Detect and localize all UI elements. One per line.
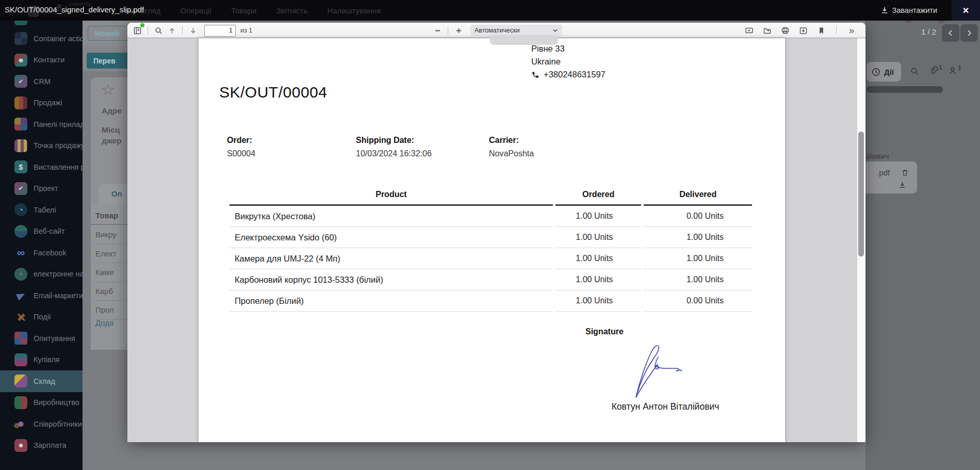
sidebar-item-crm[interactable]: CRM [0,71,83,92]
chatter-progress-pill [867,86,943,93]
doc-cell-product: Карбоновий корпус 1013-5333 (білий) [230,269,553,290]
sidebar-item-payroll[interactable]: Зарплата [0,435,83,457]
attachment-pager-count: 1 / 2 [921,27,936,36]
sidebar-item-label: Контакти [34,56,64,64]
table-row: Викрутка (Хрестова)1.00 Units0.00 Units [230,206,752,227]
pager-next-button[interactable] [960,24,978,42]
sidebar-item-label: Склад [34,377,55,385]
current-view-button[interactable] [814,24,828,37]
sidebar-toggle-icon [133,26,142,35]
signature-block: Signature Ковтун Антон Віталійович [580,327,750,412]
sidebar-item-label: Купівля [34,355,59,364]
doc-cell-product: Викрутка (Хрестова) [230,206,553,227]
elearning-icon [14,268,27,281]
carrier-value: NovaPoshta [489,149,534,158]
sidebar-item-employees[interactable]: Співробітники [0,413,83,435]
print-button[interactable] [778,24,792,37]
trash-icon [901,169,909,176]
divider [148,26,148,35]
attachment-count: 1 [939,64,942,71]
save-document-button[interactable] [796,24,810,37]
sidebar-item-dashboards[interactable]: Панелі приладів [0,114,83,135]
shipping-date-label: Shipping Date: [356,136,489,145]
bookmark-icon [817,26,826,35]
sidebar-item-email[interactable]: Email-маркетинг [0,285,83,306]
print-icon [781,26,790,35]
sidebar-item-invoicing[interactable]: Виставлення ра... [0,156,83,178]
topbar-menu-item: Товари [231,6,256,15]
pdf-viewer-body: Рівне 33 Ukraine +380248631597 SK/OUT/00… [127,38,865,442]
website-icon [14,225,27,238]
email-marketing-icon [14,289,27,302]
attachment-file-label: .pdf [877,168,890,177]
doc-cell-qty: 1.00 Units [644,269,752,290]
sidebar-item-facebook[interactable]: Facebook [0,242,83,264]
sidebar-item-elearning[interactable]: електронне на... [0,264,83,285]
next-page-button[interactable] [186,24,200,37]
payroll-icon [14,439,27,452]
find-button[interactable] [152,24,165,37]
address-line: Рівне 33 [531,42,606,55]
sidebar-toggle-button[interactable] [130,24,144,37]
search-icon [154,26,163,35]
sidebar-item-pos[interactable]: Точка продажу [0,135,83,157]
sidebar-item-project[interactable]: Проект [0,178,83,200]
sidebar-item-label: Виробництво [34,398,79,407]
sidebar-item-inventory[interactable]: Склад [0,370,83,392]
pdf-viewer-modal: из 1 Автоматически [127,23,865,442]
sidebar-item-label: Проект [34,184,58,192]
page-number-input[interactable] [204,25,236,37]
sidebar-item-label: Співробітники [34,420,82,428]
divider [182,26,183,35]
sidebar-item-manufacturing[interactable]: Виробництво [0,392,83,414]
previous-page-button[interactable] [165,24,178,37]
pager-prev-button[interactable] [942,24,959,42]
add-line-link: Дода [95,318,113,327]
sidebar-item-label: Веб-сайт [34,227,65,235]
chevron-right-icon [965,29,973,37]
doc-cell-product: Камера для UMJ-22 (4 Мп) [230,248,553,269]
sidebar-item-timesheets[interactable]: Табелі [0,199,83,221]
signatory-name: Ковтун Антон Віталійович [580,401,750,412]
doc-table-header: Ordered [556,187,641,206]
doc-cell-qty: 1.00 Units [556,290,641,312]
zoom-out-button[interactable] [431,24,444,37]
close-button[interactable]: ✕ [952,0,980,21]
sidebar-item-surveys[interactable]: Опитування [0,328,83,349]
purchase-icon [14,353,27,366]
more-tools-button[interactable]: » [845,24,858,37]
actions-button: Дії [867,62,901,82]
sidebar-item-container[interactable]: Container actions [0,28,83,50]
sidebar-item-label: Продажі [34,99,62,107]
doc-cell-product: Пропелер (Білий) [230,290,553,312]
open-file-button[interactable] [760,24,774,37]
sidebar-item-contacts[interactable]: Контакти [0,50,83,71]
sidebar-item-website[interactable]: Веб-сайт [0,221,83,242]
point-of-sale-icon [14,139,27,152]
doc-cell-qty: 0.00 Units [644,290,752,312]
topbar-menu-item: Налаштування [328,6,381,15]
topbar-ghost-menus: ний оглядОпераціїТовариЗвітністьНалаштув… [125,0,381,21]
open-file-icon [763,26,772,35]
sidebar-item-sales[interactable]: Продажі [0,92,83,114]
pdf-scrollbar [857,38,865,442]
company-address-block: Рівне 33 Ukraine +380248631597 [531,42,606,81]
presentation-mode-button[interactable] [742,24,756,37]
chevron-left-icon [946,29,955,37]
divider [836,26,837,35]
sidebar-item-purchase[interactable]: Купівля [0,349,83,371]
surveys-icon [14,332,27,345]
doc-cell-qty: 0.00 Units [644,206,752,227]
doc-table-header: Delivered [644,187,752,206]
topbar: UNISOFT Custom by ▦ ний оглядОпераціїТов… [0,0,980,21]
form-field-label: Адре [102,106,122,116]
zoom-in-button[interactable] [452,24,465,37]
doc-cell-qty: 1.00 Units [556,269,641,290]
clock-icon [872,68,880,76]
puzzle-icon [14,32,27,45]
scrollbar-thumb[interactable] [858,132,864,256]
sidebar-item-events[interactable]: Події [0,306,83,328]
sidebar-item-label: Події [34,313,51,321]
download-button[interactable]: Завантажити [880,6,937,14]
table-row: Карбоновий корпус 1013-5333 (білий)1.00 … [230,269,752,290]
